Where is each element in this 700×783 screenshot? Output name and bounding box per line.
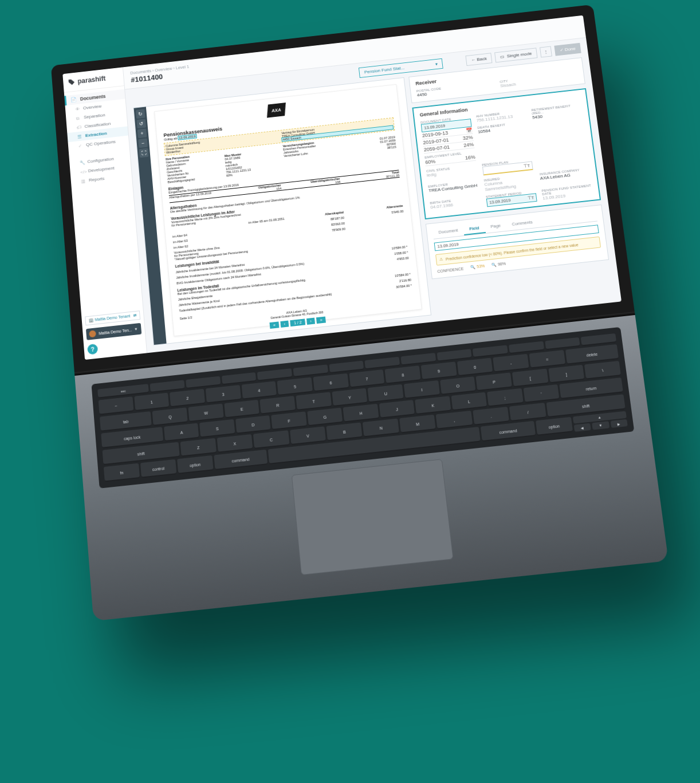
separation-icon: ⧉ (76, 116, 81, 120)
help-button[interactable]: ? (87, 344, 98, 355)
axa-logo: AXA (267, 103, 286, 118)
trackpad[interactable] (292, 459, 454, 575)
arrow-keys: ▲◀▼▶ (572, 411, 627, 432)
zoom-in-button[interactable]: + (137, 128, 147, 138)
key-/[interactable]: / (509, 403, 546, 422)
key-option[interactable]: option (536, 417, 573, 436)
key-;[interactable]: ; (487, 388, 523, 407)
key-A[interactable]: A (164, 423, 199, 442)
key-E[interactable]: E (224, 400, 259, 418)
more-icon: ⋮ (543, 49, 548, 54)
key-][interactable]: ] (548, 365, 585, 384)
documents-icon: 📄 (70, 97, 77, 103)
key-V[interactable]: V (290, 426, 326, 445)
key-B[interactable]: B (326, 422, 363, 441)
key-J[interactable]: J (379, 400, 415, 419)
key-=[interactable]: = (529, 350, 565, 368)
document-viewer: ↻ ↺ + − ⛶ AXA Pensionskassenausweis (133, 77, 432, 345)
key-5[interactable]: 5 (277, 377, 313, 396)
key-O[interactable]: O (440, 376, 476, 395)
eye-icon: 👁 (75, 107, 80, 111)
key-R[interactable]: R (260, 396, 296, 415)
key-fn[interactable]: fn (104, 463, 140, 482)
key-.[interactable]: . (473, 407, 509, 426)
key-D[interactable]: D (235, 415, 271, 434)
key-S[interactable]: S (199, 419, 235, 438)
wrench-icon: 🔧 (80, 160, 84, 164)
tab-comments[interactable]: Comments (506, 217, 539, 231)
text-icon: ⊤T (523, 163, 530, 169)
pager-last[interactable]: » (316, 317, 326, 324)
key-1[interactable]: 1 (134, 393, 170, 411)
key-4[interactable]: 4 (241, 381, 277, 399)
key-control[interactable]: control (140, 459, 176, 478)
key-Y[interactable]: Y (332, 388, 368, 407)
tab-page[interactable]: Page (485, 220, 507, 233)
key-~[interactable]: ~ (99, 396, 133, 415)
key-\[interactable]: \ (584, 361, 621, 380)
key-8[interactable]: 8 (385, 365, 421, 384)
key-L[interactable]: L (451, 392, 487, 411)
key-F[interactable]: F (272, 411, 307, 430)
key-2[interactable]: 2 (170, 389, 205, 407)
text-icon: ⊤T (527, 195, 534, 201)
zoom-icon: 🔍 (470, 265, 476, 269)
pager-next[interactable]: › (306, 318, 315, 325)
key-N[interactable]: N (363, 419, 399, 438)
calendar-icon: 📅 (466, 127, 473, 133)
main-area: Documents › Overview › Level 1 #1011400 … (123, 15, 622, 353)
key--[interactable]: - (493, 354, 529, 372)
key-H[interactable]: H (343, 404, 379, 423)
key-M[interactable]: M (399, 415, 436, 434)
key-K[interactable]: K (415, 396, 451, 415)
rotate-ccw-button[interactable]: ↺ (136, 119, 146, 128)
chart-icon: ▥ (81, 178, 85, 183)
brand-icon (68, 78, 76, 86)
key-3[interactable]: 3 (206, 385, 241, 403)
general-info-card[interactable]: General Information DOCUMENT DATE 13.09.… (412, 88, 601, 219)
document-scroll[interactable]: AXA Pensionskassenausweis Gültig ab 13.0… (146, 78, 431, 344)
zoom-icon: 🔍 (491, 262, 497, 267)
key-P[interactable]: P (476, 372, 512, 391)
key-G[interactable]: G (307, 408, 343, 427)
key-7[interactable]: 7 (349, 369, 385, 388)
tag-icon: 🏷 (77, 125, 81, 129)
key-6[interactable]: 6 (313, 373, 348, 392)
swap-icon: ⇄ (133, 313, 137, 318)
key-[[interactable]: [ (512, 369, 548, 388)
key-left[interactable]: ◀ (573, 423, 591, 432)
key-U[interactable]: U (368, 384, 404, 403)
pager-prev[interactable]: ‹ (280, 321, 289, 328)
key-command[interactable]: command (214, 450, 268, 470)
pager-first[interactable]: « (269, 321, 279, 329)
more-button[interactable]: ⋮ (540, 46, 552, 58)
key-command[interactable]: command (481, 421, 536, 442)
key-C[interactable]: C (253, 430, 289, 449)
key-right[interactable]: ▶ (610, 419, 628, 428)
tab-document[interactable]: Document (432, 225, 465, 239)
key-9[interactable]: 9 (421, 361, 457, 380)
key-X[interactable]: X (217, 434, 253, 453)
key-0[interactable]: 0 (457, 358, 493, 376)
key-T[interactable]: T (296, 392, 331, 411)
key-,[interactable]: , (436, 411, 473, 430)
key-down[interactable]: ▼ (592, 421, 609, 430)
key-Z[interactable]: Z (180, 438, 217, 457)
list-icon: ☰ (77, 134, 82, 139)
avatar (89, 330, 96, 337)
key-W[interactable]: W (188, 404, 224, 422)
chevron-down-icon: ▾ (435, 62, 438, 67)
check-icon: ✓ (78, 143, 82, 148)
zoom-out-button[interactable]: − (138, 138, 148, 148)
key-option[interactable]: option (177, 455, 213, 474)
key-Q[interactable]: Q (152, 407, 188, 426)
user-menu[interactable]: Mattia Demo Ten... ▾ (86, 323, 141, 340)
extraction-form: Receiver POSTAL CODE4450 CITYSissach Gen… (408, 57, 614, 314)
rotate-cw-button[interactable]: ↻ (136, 109, 145, 119)
brand-text: parashift (77, 74, 106, 85)
key-'[interactable]: ' (523, 384, 559, 403)
tab-field[interactable]: Field (463, 222, 485, 235)
fullscreen-button[interactable]: ⛶ (139, 148, 149, 158)
key-I[interactable]: I (404, 380, 440, 399)
chevron-down-icon: ▾ (135, 326, 137, 331)
